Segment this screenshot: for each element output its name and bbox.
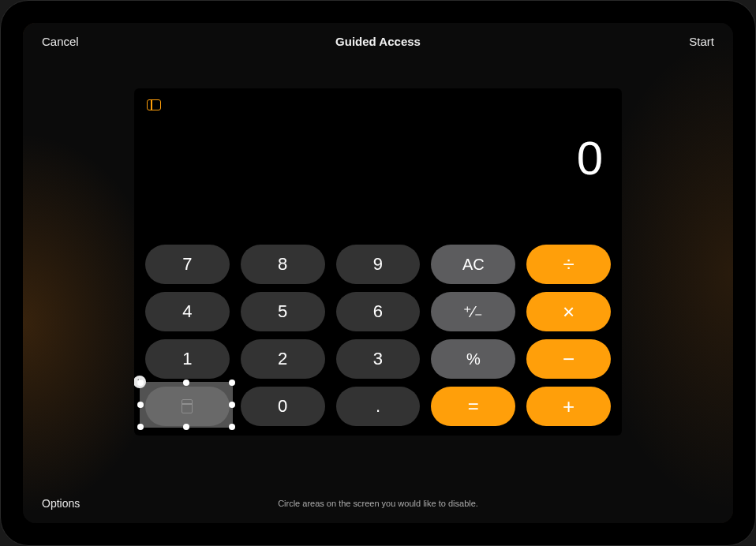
key-equals[interactable]: = <box>431 387 515 426</box>
resize-handle-br[interactable] <box>229 424 235 430</box>
calculator-display: 0 <box>577 131 603 185</box>
key-percent[interactable]: % <box>431 339 515 379</box>
resize-handle-tl[interactable] <box>137 380 144 386</box>
key-decimal[interactable]: . <box>336 387 421 426</box>
sidebar-toggle-icon <box>147 99 161 110</box>
page-title: Guided Access <box>335 35 421 48</box>
key-all-clear[interactable]: AC <box>431 245 515 284</box>
key-5[interactable]: 5 <box>241 292 325 331</box>
resize-handle-tr[interactable] <box>229 380 235 386</box>
key-6[interactable]: 6 <box>336 292 421 331</box>
key-multiply[interactable]: × <box>526 292 611 331</box>
key-0[interactable]: 0 <box>241 387 325 426</box>
key-divide[interactable]: ÷ <box>526 245 611 284</box>
resize-handle-mt[interactable] <box>183 380 189 386</box>
options-button[interactable]: Options <box>42 497 80 510</box>
guided-access-disabled-region[interactable]: × <box>140 382 233 428</box>
resize-handle-mb[interactable] <box>183 424 189 430</box>
key-3[interactable]: 3 <box>336 339 421 379</box>
key-9[interactable]: 9 <box>336 245 421 284</box>
key-7[interactable]: 7 <box>145 245 230 284</box>
key-8[interactable]: 8 <box>241 245 325 284</box>
key-1[interactable]: 1 <box>145 339 230 379</box>
guided-access-toolbar: Cancel Guided Access Start <box>23 23 733 59</box>
key-plus[interactable]: + <box>526 387 611 426</box>
resize-handle-ml[interactable] <box>137 402 144 408</box>
key-2[interactable]: 2 <box>241 339 325 379</box>
screen: Cancel Guided Access Start 0 7 8 9 AC ÷ … <box>23 23 733 523</box>
key-4[interactable]: 4 <box>145 292 230 331</box>
instruction-text: Circle areas on the screen you would lik… <box>278 499 478 508</box>
resize-handle-mr[interactable] <box>229 402 235 408</box>
cancel-button[interactable]: Cancel <box>42 35 79 48</box>
start-button[interactable]: Start <box>689 35 714 48</box>
key-plus-minus[interactable]: ⁺∕₋ <box>431 292 515 331</box>
resize-handle-bl[interactable] <box>137 424 144 430</box>
app-preview-calculator[interactable]: 0 7 8 9 AC ÷ 4 5 6 ⁺∕₋ × 1 2 3 % − <box>134 88 622 436</box>
key-minus[interactable]: − <box>526 339 611 379</box>
ipad-device-frame: Cancel Guided Access Start 0 7 8 9 AC ÷ … <box>0 0 756 546</box>
guided-access-footer: Options Circle areas on the screen you w… <box>23 492 733 515</box>
